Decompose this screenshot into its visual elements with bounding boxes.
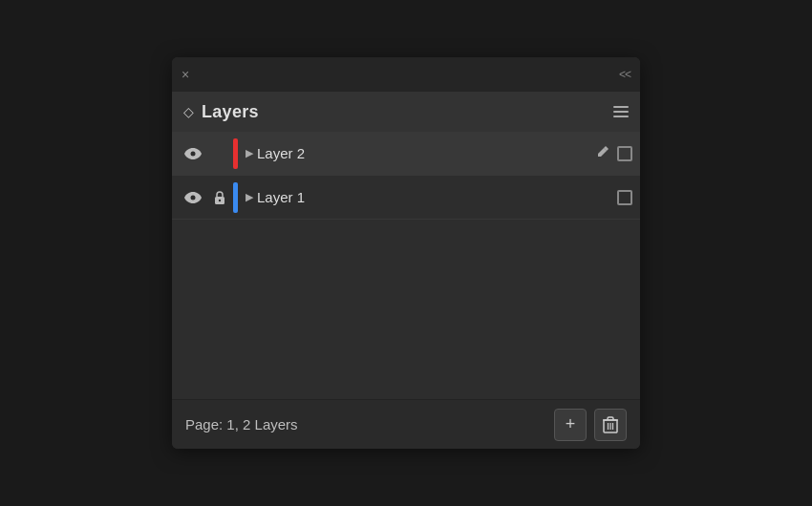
plus-icon: + [566,414,576,434]
expand-chevron-icon[interactable]: ▶ [246,147,253,159]
layers-panel: × << ◇ Layers ▶ Layer 2 [172,57,640,449]
panel-header: ◇ Layers [172,92,640,132]
layer-row[interactable]: ▶ Layer 2 [172,132,640,176]
visibility-eye-icon[interactable] [180,148,206,159]
panel-footer: Page: 1, 2 Layers + [172,399,640,449]
panel-title: Layers [202,102,259,122]
add-layer-button[interactable]: + [554,409,587,441]
header-left: ◇ Layers [183,102,259,122]
svg-point-1 [191,195,196,200]
lock-icon[interactable] [206,190,233,205]
layer-color-indicator [233,138,238,169]
title-bar: × << [172,57,640,92]
page-status-text: Page: 1, 2 Layers [185,416,298,432]
trash-icon [603,416,618,433]
layer-name: Layer 2 [257,145,596,161]
layer-name: Layer 1 [257,189,617,205]
diamond-icon: ◇ [183,104,194,119]
close-icon[interactable]: × [182,67,189,82]
layer-select-checkbox[interactable] [617,190,632,205]
collapse-icon[interactable]: << [619,68,630,81]
visibility-eye-icon[interactable] [180,192,206,203]
layer-select-checkbox[interactable] [617,146,632,161]
layer-color-indicator [233,182,238,213]
footer-buttons: + [554,409,627,441]
delete-layer-button[interactable] [594,409,627,441]
svg-point-0 [191,151,196,156]
hamburger-menu-icon[interactable] [613,106,629,117]
svg-point-3 [219,199,221,200]
layer-row[interactable]: ▶ Layer 1 [172,176,640,220]
pen-tool-icon[interactable] [596,145,609,161]
expand-chevron-icon[interactable]: ▶ [246,191,253,203]
layers-list: ▶ Layer 2 [172,132,640,399]
